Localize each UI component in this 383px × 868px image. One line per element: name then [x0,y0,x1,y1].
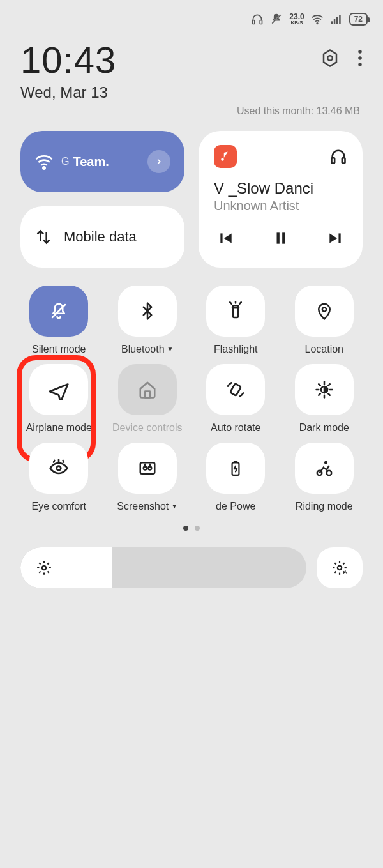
music-app-icon [214,145,237,168]
tile-battery: de Powe [197,443,274,512]
screenshot-toggle[interactable] [118,443,177,494]
location-toggle[interactable] [295,286,354,337]
svg-point-4 [317,23,318,24]
dark-toggle[interactable] [295,364,354,415]
tile-label: Flashlight [197,343,274,355]
tile-flashlight: Flashlight [197,286,274,355]
svg-text:A: A [343,568,347,575]
rotate-icon [225,379,246,400]
page-indicator[interactable] [20,526,363,531]
svg-rect-17 [220,233,222,243]
wifi-icon [34,152,54,171]
svg-line-70 [334,571,336,572]
battery-toggle[interactable] [206,443,265,494]
svg-rect-24 [234,308,239,317]
tile-eye: Eye comfort [20,443,98,512]
media-artist: Unknown Artist [214,199,347,213]
svg-rect-30 [230,384,241,396]
auto-brightness-toggle[interactable]: A [317,547,363,588]
pause-icon[interactable] [273,230,289,247]
home-toggle[interactable] [118,364,177,415]
svg-point-63 [338,565,342,570]
svg-line-27 [240,302,242,304]
pager-dot[interactable] [183,526,188,531]
svg-rect-19 [276,232,279,243]
tile-label: Eye comfort [20,500,98,512]
svg-rect-0 [253,20,255,24]
tile-label: Silent mode [20,343,98,355]
svg-point-14 [43,167,45,169]
pager-dot[interactable] [195,526,200,531]
svg-line-68 [334,563,336,564]
svg-rect-15 [332,158,335,163]
brightness-icon [36,560,52,576]
svg-rect-29 [145,392,150,398]
bluetooth-toggle[interactable] [118,286,177,337]
svg-point-53 [324,461,327,464]
tile-label: Device controls [109,422,186,434]
mute-icon [270,13,283,26]
eye-toggle[interactable] [29,443,88,494]
svg-marker-9 [324,50,336,66]
svg-rect-16 [342,158,345,163]
svg-line-62 [47,563,49,564]
headphones-icon[interactable] [329,148,347,165]
svg-point-52 [327,471,332,476]
home-icon [138,380,157,399]
svg-line-36 [319,384,320,386]
mobile-data-toggle[interactable]: Mobile data [20,206,184,268]
tile-label: Airplane mode [20,422,98,434]
flashlight-icon [226,301,245,321]
bluetooth-icon [138,301,157,321]
svg-rect-1 [260,20,262,24]
wifi-icon [311,13,324,26]
svg-point-11 [358,50,362,54]
brightness-slider[interactable] [20,547,306,588]
tile-home: Device controls [109,364,186,434]
data-usage[interactable]: Used this month: 13.46 MB [20,105,363,117]
next-track-icon[interactable] [327,230,343,247]
dark-icon [315,380,334,399]
svg-marker-22 [329,233,337,243]
headphones-icon [251,13,264,26]
svg-rect-6 [333,19,335,24]
tile-location: Location [286,286,363,355]
tile-label: Riding mode [286,500,363,512]
svg-rect-20 [282,232,285,243]
bell-off-toggle[interactable] [29,286,88,337]
svg-rect-7 [336,17,338,24]
bike-icon [313,459,335,478]
mobile-data-label: Mobile data [64,229,137,245]
media-player-card[interactable]: V _Slow Danci Unknown Artist [199,131,363,268]
airplane-icon [48,379,70,400]
chevron-down-icon[interactable]: ▼ [167,346,174,353]
flashlight-toggle[interactable] [206,286,265,337]
svg-point-40 [57,466,61,471]
rotate-toggle[interactable] [206,364,265,415]
eye-icon [49,458,69,478]
bike-toggle[interactable] [295,443,354,494]
screenshot-icon [138,459,157,478]
tile-bike: Riding mode [286,443,363,512]
tile-label: Auto rotate [197,422,274,434]
prev-track-icon[interactable] [218,230,234,247]
svg-line-60 [47,571,49,572]
wifi-toggle[interactable]: G Team. [20,131,184,192]
airplane-toggle[interactable] [29,364,88,415]
media-title: V _Slow Danci [214,179,347,197]
svg-point-10 [327,56,333,61]
svg-point-54 [42,565,47,570]
svg-point-12 [358,56,362,60]
svg-point-28 [322,307,326,311]
chevron-down-icon[interactable]: ▼ [171,503,177,510]
svg-rect-5 [331,21,333,24]
network-type: G [61,156,69,167]
svg-marker-18 [224,233,232,243]
battery-indicator: 72 [349,13,368,26]
svg-line-38 [319,393,320,395]
location-icon [315,301,334,321]
more-icon[interactable] [357,49,363,68]
chevron-right-icon[interactable] [147,150,170,173]
settings-icon[interactable] [320,49,340,68]
tile-screenshot: Screenshot▼ [109,443,186,512]
